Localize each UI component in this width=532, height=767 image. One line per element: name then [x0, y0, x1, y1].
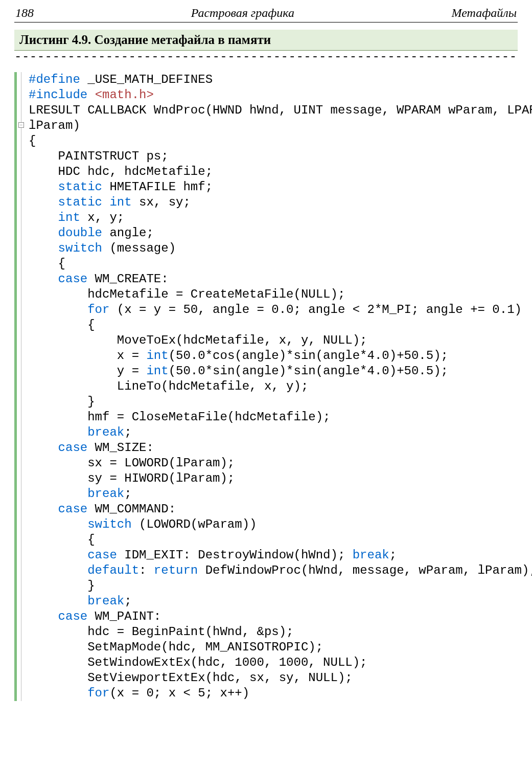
code-token: int [146, 364, 168, 378]
code-token: ; [389, 548, 397, 562]
code-token [29, 226, 58, 240]
code-token: { [29, 134, 36, 148]
code-token: } [29, 395, 95, 409]
code-token [29, 241, 58, 255]
code-token: SetWindowExtEx(hdc, 1000, 1000, NULL); [29, 656, 367, 669]
code-token: (50.0*cos(angle)*sin(angle*4.0)+50.5); [169, 349, 448, 363]
code-token: int [109, 195, 131, 209]
code-token: _USE_MATH_DEFINES [80, 73, 213, 86]
code-token: static [58, 180, 102, 194]
code-token [29, 180, 58, 194]
code-token: : [139, 563, 154, 577]
code-token: (message) [102, 241, 176, 255]
code-token [29, 563, 87, 577]
code-token: hmf = CloseMetaFile(hdcMetafile); [29, 410, 331, 424]
header-rule [14, 22, 518, 22]
listing-caption: Листинг 4.9. Создание метафайла в памяти [14, 30, 518, 51]
code-token [29, 487, 87, 501]
code-token: SetMapMode(hdc, MM_ANISOTROPIC); [29, 640, 323, 654]
code-token: { [29, 318, 95, 332]
code-token: ; [124, 425, 131, 439]
code-token: LRESULT CALLBACK WndProc(HWND hWnd, UINT… [29, 103, 532, 117]
code-token [29, 303, 87, 317]
code-token: HDC hdc, hdcMetafile; [29, 165, 213, 178]
code-listing: #define _USE_MATH_DEFINES #include <math… [14, 72, 518, 701]
code-token: (x = 0; x < 5; x++) [109, 686, 249, 700]
code-token [29, 425, 87, 439]
code-token [29, 195, 58, 209]
code-token: case [87, 548, 117, 562]
code-token: break [87, 487, 124, 501]
code-token: sy = HIWORD(lParam); [29, 471, 235, 485]
code-token [29, 211, 58, 224]
code-token: int [58, 211, 80, 224]
code-token: case [58, 610, 88, 623]
code-token [29, 610, 58, 623]
code-token: sx, sy; [132, 195, 191, 209]
code-token [29, 517, 87, 531]
code-token: LineTo(hdcMetafile, x, y); [29, 379, 308, 393]
code-token [29, 502, 58, 516]
code-token: <math.h> [95, 88, 154, 102]
code-token [102, 195, 109, 209]
gutter-fold-line [21, 72, 21, 701]
code-token: DefWindowProc(hWnd, message, wParam, lPa… [198, 563, 532, 577]
code-token: break [353, 548, 389, 562]
code-token: double [58, 226, 102, 240]
code-token: WM_PAINT: [87, 610, 161, 623]
page-number: 188 [15, 6, 34, 20]
code-token: { [29, 533, 95, 547]
code-token: static [58, 195, 102, 209]
code-token: break [87, 425, 124, 439]
code-token: ; [124, 487, 131, 501]
code-token [29, 594, 87, 608]
code-token: for [87, 303, 109, 317]
code-token: MoveToEx(hdcMetafile, x, y, NULL); [29, 333, 367, 347]
code-token: for [87, 686, 109, 700]
code-token: return [154, 563, 198, 577]
listing-dashline: ----------------------------------------… [14, 51, 518, 61]
code-token: { [29, 257, 65, 270]
code-token: HMETAFILE hmf; [102, 180, 213, 194]
code-token: (LOWORD(wParam)) [132, 517, 257, 531]
code-token [29, 441, 58, 455]
code-token: hdc = BeginPaint(hWnd, &ps); [29, 625, 293, 639]
code-token: lParam) [29, 119, 80, 132]
code-token [29, 548, 87, 562]
code-token: x = [29, 349, 146, 363]
code-token: int [146, 349, 168, 363]
code-token: switch [58, 241, 102, 255]
code-token: hdcMetafile = CreateMetaFile(NULL); [29, 287, 345, 301]
code-token: #define [29, 73, 80, 86]
code-block: − #define _USE_MATH_DEFINES #include <ma… [14, 72, 518, 701]
code-token: break [87, 594, 124, 608]
code-token: } [29, 579, 95, 593]
code-token: (50.0*sin(angle)*sin(angle*4.0)+50.5); [169, 364, 448, 378]
code-token: WM_CREATE: [87, 272, 168, 286]
code-token: x, y; [80, 211, 124, 224]
code-token [29, 686, 87, 700]
code-token: angle; [102, 226, 154, 240]
code-token: case [58, 502, 88, 516]
code-token: IDM_EXIT: DestroyWindow(hWnd); [117, 548, 353, 562]
code-token: #include [29, 88, 87, 102]
code-token: case [58, 441, 88, 455]
gutter-change-bar [14, 72, 17, 701]
header-left-title: Растровая графика [191, 6, 294, 20]
code-token [87, 88, 95, 102]
code-token: default [87, 563, 139, 577]
code-token: ; [124, 594, 131, 608]
fold-icon[interactable]: − [18, 122, 24, 128]
code-token: WM_COMMAND: [87, 502, 176, 516]
code-token: case [58, 272, 88, 286]
code-token: WM_SIZE: [87, 441, 154, 455]
code-token: switch [87, 517, 131, 531]
page-header: 188 Растровая графика Метафайлы [14, 6, 518, 21]
code-token [29, 272, 58, 286]
code-token: (x = y = 50, angle = 0.0; angle < 2*M_PI… [109, 303, 522, 317]
code-token: SetViewportExtEx(hdc, sx, sy, NULL); [29, 671, 353, 685]
header-right-title: Метафайлы [452, 6, 517, 20]
code-token: PAINTSTRUCT ps; [29, 149, 169, 163]
code-token: y = [29, 364, 146, 378]
code-token: sx = LOWORD(lParam); [29, 456, 235, 470]
